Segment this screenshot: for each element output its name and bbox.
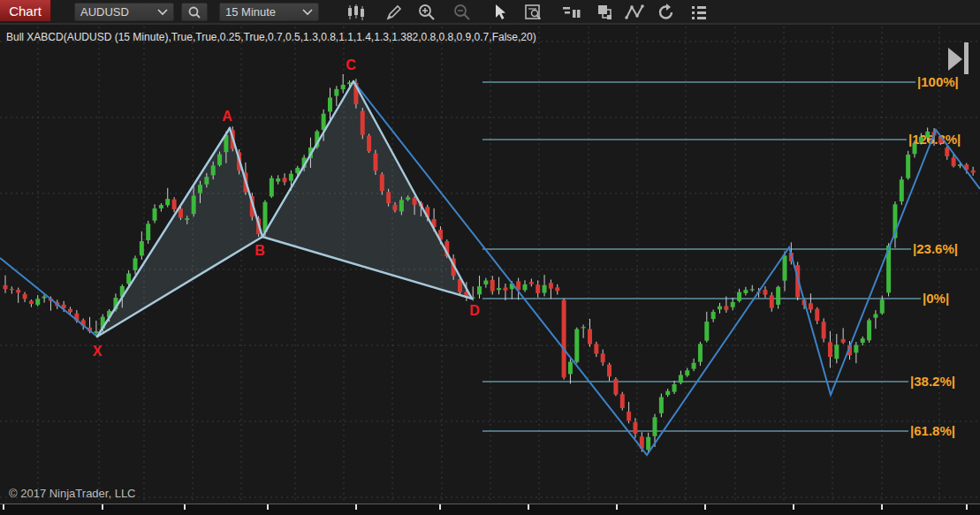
price-chart[interactable]: |100%||126.3%||23.6%||0%||38.2%||61.8%|X… <box>0 0 980 515</box>
time-tick <box>102 504 103 510</box>
chart-trader-icon <box>562 4 581 20</box>
interval-combobox[interactable]: 15 Minute <box>219 3 319 21</box>
time-tick <box>528 504 529 510</box>
reload-icon <box>657 4 675 21</box>
time-tick <box>966 504 968 510</box>
fib-label: |100%| <box>917 74 959 89</box>
fib-label: |38.2%| <box>910 374 955 389</box>
chevron-down-icon <box>157 9 168 16</box>
pattern-icon <box>625 4 644 20</box>
indicator-label: Bull XABCD(AUDUSD (15 Minute),True,True,… <box>6 31 536 43</box>
draw-button[interactable] <box>383 2 406 23</box>
properties-button[interactable] <box>688 2 710 23</box>
pattern-point-label: A <box>222 109 232 124</box>
cursor-icon <box>491 4 507 21</box>
cursor-button[interactable] <box>488 2 511 23</box>
time-tick <box>3 504 4 510</box>
copyright-label: © 2017 NinjaTrader, LLC <box>9 487 136 500</box>
time-tick <box>793 504 794 510</box>
windows-button[interactable] <box>593 2 616 23</box>
pattern-point-label: C <box>346 57 356 72</box>
windows-icon <box>596 4 613 21</box>
go-to-end-icon[interactable] <box>948 42 969 74</box>
tab-chart-label: Chart <box>9 4 42 19</box>
chart-style-icon <box>347 4 365 20</box>
zoom-out-button[interactable] <box>451 2 474 23</box>
time-axis[interactable] <box>0 504 980 515</box>
pattern-button[interactable] <box>623 2 646 23</box>
pattern-point-label: B <box>254 243 265 258</box>
time-tick <box>267 504 269 510</box>
zoom-in-icon <box>418 4 436 21</box>
fib-label: |23.6%| <box>913 241 958 256</box>
time-tick <box>355 504 357 510</box>
zoom-out-icon <box>453 4 471 21</box>
chart-window: |100%||126.3%||23.6%||0%||38.2%||61.8%|X… <box>0 0 980 515</box>
interval-value: 15 Minute <box>225 5 299 19</box>
instrument-search-button[interactable] <box>181 3 208 21</box>
instrument-value: AUDUSD <box>80 5 154 19</box>
time-tick <box>881 504 883 510</box>
properties-icon <box>690 4 708 20</box>
data-box-icon <box>525 4 543 21</box>
toolbar: Chart AUDUSD 15 Minute <box>0 0 980 25</box>
time-tick <box>616 504 618 510</box>
chart-trader-button[interactable] <box>560 2 583 23</box>
pattern-point-label: D <box>469 303 480 318</box>
draw-icon <box>385 4 403 21</box>
fib-label: |0%| <box>923 291 949 306</box>
data-box-button[interactable] <box>522 2 545 23</box>
time-tick <box>439 504 441 510</box>
instrument-combobox[interactable]: AUDUSD <box>74 3 174 21</box>
time-tick <box>184 504 186 510</box>
tab-chart[interactable]: Chart <box>0 0 51 21</box>
zoom-in-button[interactable] <box>415 2 438 23</box>
chevron-down-icon <box>302 9 313 16</box>
reload-button[interactable] <box>655 2 678 23</box>
search-icon <box>187 5 201 19</box>
fib-label: |61.8%| <box>910 423 955 438</box>
time-tick <box>704 504 706 510</box>
chart-style-button[interactable] <box>345 2 368 23</box>
pattern-point-label: X <box>93 344 103 359</box>
